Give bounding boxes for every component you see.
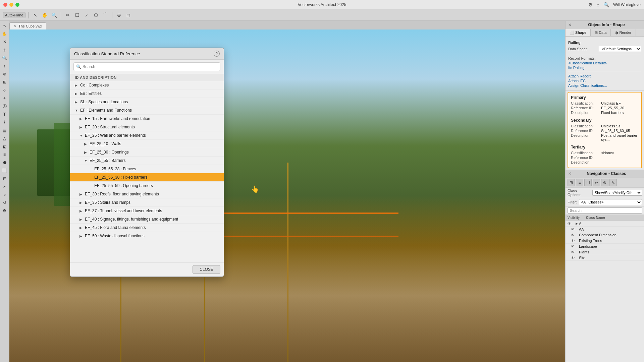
dialog-search-input[interactable]: [73, 62, 220, 71]
window-min-btn[interactable]: [9, 3, 13, 7]
nav-panel-close-icon[interactable]: ✕: [568, 171, 572, 176]
draw-tool-btn[interactable]: ✏: [64, 11, 72, 19]
record-item-ifc[interactable]: Ifc Railing: [568, 66, 641, 70]
settings-icon[interactable]: ⚙: [588, 2, 593, 7]
nav-item-component-dim[interactable]: 👁 Component Dimension: [566, 232, 644, 238]
toggle-ef40[interactable]: ▶: [79, 218, 84, 221]
tool-snap[interactable]: ⊕: [1, 70, 8, 78]
window-controls[interactable]: [3, 3, 19, 7]
attach-record-link[interactable]: Attach Record: [568, 74, 641, 78]
search-icon[interactable]: 🔍: [603, 2, 609, 7]
toggle-ef15[interactable]: ▶: [79, 117, 84, 121]
canvas-area[interactable]: ✕ The Cube.vwx Classification Standard R…: [9, 21, 565, 362]
toggle-ef50[interactable]: ▶: [79, 234, 84, 238]
file-tab[interactable]: ✕ The Cube.vwx: [9, 22, 46, 29]
tree-item-co[interactable]: ▶ Co : Complexes: [70, 81, 224, 89]
toggle-ef25_10[interactable]: ▶: [84, 142, 88, 146]
tool-annotate[interactable]: Ⓐ: [1, 103, 8, 110]
tree-item-sl[interactable]: ▶ SL : Spaces and Locations: [70, 98, 224, 106]
attach-ifc-link[interactable]: Attach IFC...: [568, 79, 641, 83]
tool-measure[interactable]: ↕: [1, 62, 8, 70]
pan-tool-btn[interactable]: ✋: [41, 11, 49, 19]
tree-item-ef25_55_59[interactable]: EF_25_55_59 : Opening barriers: [70, 182, 224, 190]
home-icon[interactable]: ⌂: [597, 2, 599, 7]
vis-icon-A[interactable]: 👁: [568, 222, 576, 226]
nav-options-select[interactable]: Show/Snap/Modify Oth...: [592, 190, 642, 196]
tool-door[interactable]: △: [1, 135, 8, 142]
tool-rotate[interactable]: ↺: [1, 199, 8, 206]
tree-item-ef30[interactable]: ▶ EF_30 : Roofs. floor and paving elemen…: [70, 190, 224, 198]
nav-filter-select[interactable]: <All Classes>: [579, 199, 642, 205]
tree-item-ef40[interactable]: ▶ EF_40 : Signage. fittings. furnishings…: [70, 215, 224, 224]
tree-item-ef[interactable]: ▼ EF : Elements and Functions: [70, 106, 224, 115]
tree-item-ef25_55_28[interactable]: EF_25_55_28 : Fences: [70, 165, 224, 173]
assign-classifications-link[interactable]: Assign Classifications...: [568, 83, 641, 87]
obj-panel-close-icon[interactable]: ✕: [568, 22, 572, 27]
dialog-help-btn[interactable]: ?: [214, 51, 220, 57]
nav-item-AA[interactable]: 👁 AA: [566, 227, 644, 232]
toggle-en[interactable]: ▶: [75, 92, 79, 96]
tool-pointer[interactable]: ↖: [1, 22, 8, 29]
dialog-close-btn[interactable]: CLOSE: [193, 265, 220, 274]
tree-item-ef20[interactable]: ▶ EF_20 : Structural elements: [70, 123, 224, 131]
tree-item-ef25_30[interactable]: ▶ EF_25_30 : Openings: [70, 148, 224, 157]
extrude-tool-btn[interactable]: ◻: [124, 11, 132, 19]
nav-search-input[interactable]: [568, 207, 642, 214]
3d-tool-btn[interactable]: ⊕: [115, 11, 123, 19]
tree-item-ef15[interactable]: ▶ EF_15 : Earthworks and remediation: [70, 115, 224, 123]
tool-hand[interactable]: ✋: [1, 30, 8, 38]
tool-wall[interactable]: ▤: [1, 127, 8, 134]
toggle-ef30[interactable]: ▶: [79, 192, 84, 196]
nav-layers-btn[interactable]: ⊞: [568, 179, 575, 186]
tool-window[interactable]: ⬕: [1, 143, 8, 150]
tool-text[interactable]: T: [1, 111, 8, 118]
toggle-ef25[interactable]: ▼: [79, 134, 84, 137]
nav-back-btn[interactable]: ↩: [593, 179, 600, 186]
rectangle-tool-btn[interactable]: ☐: [73, 11, 81, 19]
tab-shape[interactable]: ⬜ Shape: [566, 29, 591, 36]
tree-item-ef50[interactable]: ▶ EF_50 : Waste disposal functions: [70, 232, 224, 240]
nav-toggle-A[interactable]: ▶: [576, 222, 578, 225]
window-max-btn[interactable]: [15, 3, 19, 7]
toggle-ef[interactable]: ▼: [75, 109, 79, 112]
vis-icon-site[interactable]: 👁: [571, 256, 579, 260]
tree-item-en[interactable]: ▶ En : Entities: [70, 89, 224, 98]
tree-item-ef45[interactable]: ▶ EF_45 : Flora and fauna elements: [70, 224, 224, 232]
line-tool-btn[interactable]: ⟋: [83, 11, 91, 19]
nav-item-landscape[interactable]: 👁 Landscape: [566, 244, 644, 249]
nav-edit-btn[interactable]: ✎: [609, 179, 617, 186]
tool-3d-poly[interactable]: ⬟: [1, 159, 8, 166]
vis-icon-plants[interactable]: 👁: [571, 250, 579, 254]
tree-item-ef35[interactable]: ▶ EF_35 : Stairs and ramps: [70, 198, 224, 207]
tree-item-ef37[interactable]: ▶ EF_37 : Tunnel. vessel and tower eleme…: [70, 207, 224, 215]
toggle-ef20[interactable]: ▶: [79, 125, 84, 129]
tool-solid[interactable]: ⊟: [1, 175, 8, 182]
toggle-ef45[interactable]: ▶: [79, 226, 84, 230]
tool-move[interactable]: ⊹: [1, 46, 8, 54]
polygon-tool-btn[interactable]: ⬡: [92, 11, 100, 19]
dialog-tree[interactable]: ▶ Co : Complexes ▶ En : Entities ▶ SL : …: [70, 81, 224, 262]
window-close-btn[interactable]: [3, 3, 7, 7]
toggle-ef37[interactable]: ▶: [79, 209, 84, 213]
tree-item-ef25[interactable]: ▼ EF_25 : Wall and barrier elements: [70, 131, 224, 140]
toggle-sl[interactable]: ▶: [75, 100, 79, 104]
auto-plane-btn[interactable]: Auto-Plane: [3, 12, 25, 18]
arc-tool-btn[interactable]: ⌒: [101, 11, 109, 19]
tool-stair[interactable]: ≡: [1, 151, 8, 158]
vis-icon-AA[interactable]: 👁: [571, 227, 579, 231]
record-item-classification[interactable]: <Classification Default>: [568, 61, 641, 65]
vis-icon-existing-trees[interactable]: 👁: [571, 239, 579, 243]
nav-item-plants[interactable]: 👁 Plants: [566, 249, 644, 255]
tool-zoom[interactable]: 🔍: [1, 54, 8, 62]
nav-item-site[interactable]: 👁 Site: [566, 255, 644, 261]
tree-item-ef25_55[interactable]: ▼ EF_25_55 : Barriers: [70, 157, 224, 165]
tool-close[interactable]: ✕: [1, 38, 8, 46]
toggle-ef35[interactable]: ▶: [79, 201, 84, 204]
nav-objects-btn[interactable]: ☐: [584, 179, 592, 186]
nav-item-A[interactable]: 👁 ▶ A: [566, 221, 644, 227]
tool-align[interactable]: ⌖: [1, 95, 8, 102]
tool-grid[interactable]: ⊞: [1, 78, 8, 86]
tool-misc[interactable]: ⚙: [1, 207, 8, 215]
tool-extrude[interactable]: ⬜: [1, 167, 8, 174]
nav-add-btn[interactable]: ⊕: [601, 179, 608, 186]
